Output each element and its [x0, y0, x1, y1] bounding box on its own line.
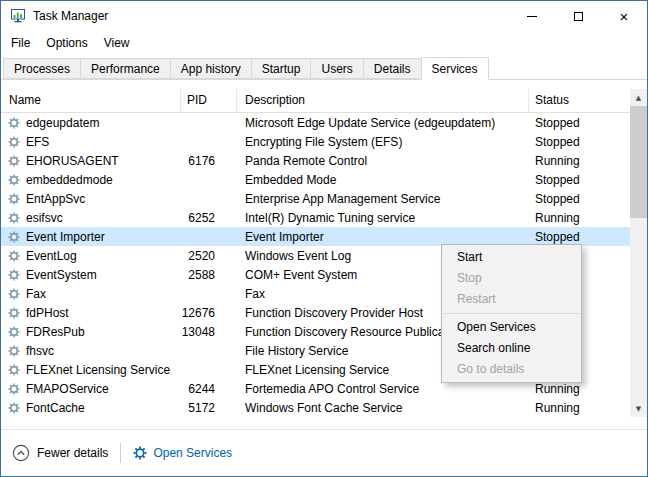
context-menu: StartStopRestartOpen ServicesSearch onli…: [441, 244, 582, 383]
service-name-cell: esifsvc: [1, 211, 181, 225]
tab-strip: ProcessesPerformanceApp historyStartupUs…: [1, 57, 647, 80]
service-name-cell: EHORUSAGENT: [1, 154, 181, 168]
service-gear-icon: [8, 269, 20, 281]
table-header: NamePIDDescriptionStatus: [1, 89, 630, 113]
column-header-status[interactable]: Status: [529, 89, 630, 112]
service-name-cell: embeddedmode: [1, 173, 181, 187]
tab-startup[interactable]: Startup: [251, 58, 312, 79]
service-row-edgeupdatem[interactable]: edgeupdatemMicrosoft Edge Update Service…: [1, 113, 630, 132]
service-pid-cell: 13048: [181, 325, 237, 339]
service-row-efs[interactable]: EFSEncrypting File System (EFS)Stopped: [1, 132, 630, 151]
service-pid-cell: 2588: [181, 268, 237, 282]
context-menu-item-restart: Restart: [442, 289, 581, 310]
footer-bar: Fewer details Open Services: [1, 429, 647, 476]
service-gear-icon: [8, 288, 20, 300]
context-menu-item-start[interactable]: Start: [442, 247, 581, 268]
menu-view[interactable]: View: [96, 33, 138, 53]
column-header-desc[interactable]: Description: [237, 89, 529, 112]
service-row-entappsvc[interactable]: EntAppSvcEnterprise App Management Servi…: [1, 189, 630, 208]
close-button[interactable]: ×: [601, 1, 647, 31]
service-name-cell: FontCache: [1, 401, 181, 415]
service-description-cell: Panda Remote Control: [237, 154, 529, 168]
context-menu-item-stop: Stop: [442, 268, 581, 289]
service-gear-icon: [8, 212, 20, 224]
maximize-icon: [574, 12, 583, 21]
tab-processes[interactable]: Processes: [3, 58, 81, 79]
service-status-cell: Running: [529, 401, 630, 415]
service-pid-cell: 2520: [181, 249, 237, 263]
service-row-esifsvc[interactable]: esifsvc6252Intel(R) Dynamic Tuning servi…: [1, 208, 630, 227]
service-gear-icon: [8, 231, 20, 243]
fewer-details-button[interactable]: Fewer details: [12, 444, 108, 462]
service-row-fontcache[interactable]: FontCache5172Windows Font Cache ServiceR…: [1, 398, 630, 417]
service-pid-cell: 12676: [181, 306, 237, 320]
service-pid-cell: 6252: [181, 211, 237, 225]
service-name-cell: EventLog: [1, 249, 181, 263]
scrollbar-up-arrow-icon[interactable]: ▲: [630, 89, 647, 106]
service-name-cell: fdPHost: [1, 306, 181, 320]
service-name-cell: Fax: [1, 287, 181, 301]
service-name-cell: EFS: [1, 135, 181, 149]
service-name-cell: Event Importer: [1, 230, 181, 244]
service-description-cell: Fortemedia APO Control Service: [237, 382, 529, 396]
service-name-cell: FDResPub: [1, 325, 181, 339]
column-header-name[interactable]: Name: [1, 89, 181, 112]
service-status-cell: Running: [529, 382, 630, 396]
service-gear-icon: [8, 326, 20, 338]
service-pid-cell: 5172: [181, 401, 237, 415]
service-name-cell: edgeupdatem: [1, 116, 181, 130]
menu-options[interactable]: Options: [38, 33, 95, 53]
menubar: FileOptionsView: [1, 32, 138, 53]
context-menu-item-open-services[interactable]: Open Services: [442, 317, 581, 338]
service-name-cell: FMAPOService: [1, 382, 181, 396]
task-manager-app-icon: [10, 8, 26, 24]
tab-app-history[interactable]: App history: [170, 58, 252, 79]
window-controls: ×: [509, 1, 647, 31]
tab-services[interactable]: Services: [421, 57, 489, 80]
service-description-cell: Enterprise App Management Service: [237, 192, 529, 206]
fewer-details-label: Fewer details: [37, 446, 108, 460]
menu-file[interactable]: File: [3, 33, 38, 53]
service-description-cell: Windows Font Cache Service: [237, 401, 529, 415]
service-gear-icon: [8, 383, 20, 395]
service-name-cell: fhsvc: [1, 344, 181, 358]
context-menu-separator: [443, 313, 580, 314]
vertical-scrollbar[interactable]: ▲ ▼: [630, 89, 647, 417]
service-name-cell: EntAppSvc: [1, 192, 181, 206]
service-gear-icon: [8, 193, 20, 205]
scrollbar-thumb[interactable]: [630, 106, 647, 218]
service-status-cell: Stopped: [529, 135, 630, 149]
context-menu-item-go-to-details: Go to details: [442, 359, 581, 380]
service-description-cell: Event Importer: [237, 230, 529, 244]
service-gear-icon: [8, 402, 20, 414]
tab-performance[interactable]: Performance: [80, 58, 171, 79]
service-gear-icon: [8, 307, 20, 319]
tab-users[interactable]: Users: [310, 58, 363, 79]
maximize-button[interactable]: [555, 1, 601, 31]
services-gear-icon: [133, 446, 147, 460]
service-gear-icon: [8, 117, 20, 129]
service-status-cell: Running: [529, 211, 630, 225]
scrollbar-down-arrow-icon[interactable]: ▼: [630, 400, 647, 417]
titlebar: Task Manager ×: [1, 1, 647, 31]
service-gear-icon: [8, 250, 20, 262]
service-name-cell: EventSystem: [1, 268, 181, 282]
context-menu-item-search-online[interactable]: Search online: [442, 338, 581, 359]
window-title: Task Manager: [33, 9, 108, 23]
open-services-link[interactable]: Open Services: [133, 446, 232, 460]
service-row-embeddedmode[interactable]: embeddedmodeEmbedded ModeStopped: [1, 170, 630, 189]
minimize-icon: [527, 16, 537, 17]
service-description-cell: Encrypting File System (EFS): [237, 135, 529, 149]
tab-details[interactable]: Details: [363, 58, 422, 79]
service-status-cell: Stopped: [529, 173, 630, 187]
service-gear-icon: [8, 345, 20, 357]
footer-divider: [120, 443, 121, 463]
service-status-cell: Stopped: [529, 192, 630, 206]
service-status-cell: Running: [529, 154, 630, 168]
service-pid-cell: 6176: [181, 154, 237, 168]
minimize-button[interactable]: [509, 1, 555, 31]
column-header-pid[interactable]: PID: [181, 89, 237, 112]
service-row-ehorusagent[interactable]: EHORUSAGENT6176Panda Remote ControlRunni…: [1, 151, 630, 170]
service-status-cell: Stopped: [529, 230, 630, 244]
service-name-cell: FLEXnet Licensing Service: [1, 363, 181, 377]
